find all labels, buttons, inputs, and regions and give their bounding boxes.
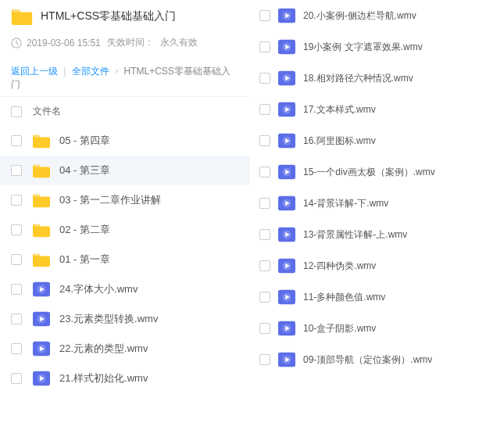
file-name: 22.元素的类型.wmv — [59, 342, 148, 356]
video-icon — [278, 164, 295, 180]
video-icon — [278, 133, 295, 149]
list-item[interactable]: 16.阿里图标.wmv — [250, 125, 486, 156]
list-item[interactable]: 01 - 第一章 — [0, 245, 250, 274]
video-icon — [278, 102, 295, 117]
file-name: 11-多种颜色值.wmv — [303, 291, 385, 304]
video-icon — [278, 321, 295, 336]
list-item[interactable]: 22.元素的类型.wmv — [0, 334, 250, 364]
video-icon — [278, 195, 295, 211]
list-item[interactable]: 15-一个div画太极（案例）.wmv — [250, 156, 486, 188]
file-name: 18.相对路径六种情况.wmv — [303, 72, 413, 85]
list-item[interactable]: 17.文本样式.wmv — [250, 94, 486, 125]
row-checkbox[interactable] — [259, 292, 270, 303]
video-icon — [33, 311, 50, 327]
row-checkbox[interactable] — [259, 323, 270, 334]
video-icon — [278, 258, 295, 274]
list-item[interactable]: 24.字体大小.wmv — [0, 274, 250, 304]
row-checkbox[interactable] — [11, 314, 22, 324]
video-icon — [33, 341, 50, 357]
row-checkbox[interactable] — [259, 354, 270, 365]
breadcrumb-all[interactable]: 全部文件 — [72, 66, 109, 77]
row-checkbox[interactable] — [11, 224, 22, 235]
row-checkbox[interactable] — [11, 284, 22, 295]
file-name: 04 - 第三章 — [59, 163, 110, 177]
breadcrumb-back[interactable]: 返回上一级 — [11, 66, 58, 77]
list-item[interactable]: 18.相对路径六种情况.wmv — [250, 63, 486, 94]
row-checkbox[interactable] — [259, 73, 270, 84]
row-checkbox[interactable] — [259, 167, 270, 177]
page-title: HTML+CSS零基础基础入门 — [41, 9, 176, 23]
file-name: 17.文本样式.wmv — [303, 103, 376, 116]
file-name: 23.元素类型转换.wmv — [59, 312, 158, 326]
breadcrumb-arrow-icon: › — [115, 66, 118, 77]
row-checkbox[interactable] — [259, 41, 270, 52]
list-item[interactable]: 12-四种伪类.wmv — [250, 250, 486, 281]
file-name: 24.字体大小.wmv — [59, 282, 138, 296]
list-item[interactable]: 19小案例 文字遮罩效果.wmv — [250, 31, 486, 63]
folder-icon — [33, 192, 50, 208]
list-item[interactable]: 20.小案例-侧边栏导航.wmv — [250, 0, 486, 31]
list-item[interactable]: 23.元素类型转换.wmv — [0, 304, 250, 334]
file-name: 02 - 第二章 — [59, 223, 110, 237]
folder-meta: 2019-03-06 15:51 失效时间： 永久有效 — [0, 31, 250, 57]
file-name: 03 - 第一二章作业讲解 — [59, 193, 161, 207]
row-checkbox[interactable] — [259, 10, 270, 21]
folder-icon — [33, 222, 50, 238]
list-header: 文件名 — [0, 97, 250, 126]
folder-date: 2019-03-06 15:51 — [27, 38, 101, 48]
file-name: 05 - 第四章 — [59, 134, 110, 148]
row-checkbox[interactable] — [11, 373, 22, 384]
expire-value: 永久有效 — [160, 36, 198, 49]
file-name: 13-背景属性详解-上.wmv — [303, 228, 407, 242]
list-item[interactable]: 05 - 第四章 — [0, 126, 250, 156]
clock-icon — [11, 38, 22, 48]
video-icon — [278, 70, 295, 86]
video-icon — [278, 352, 295, 367]
row-checkbox[interactable] — [11, 343, 22, 354]
file-name: 09-顶部导航（定位案例）.wmv — [303, 353, 432, 367]
video-icon — [33, 281, 50, 297]
folder-icon — [33, 163, 50, 178]
row-checkbox[interactable] — [259, 104, 270, 115]
folder-icon — [33, 133, 50, 149]
list-item[interactable]: 02 - 第二章 — [0, 215, 250, 245]
list-item[interactable]: 13-背景属性详解-上.wmv — [250, 219, 486, 250]
list-item[interactable]: 09-顶部导航（定位案例）.wmv — [250, 344, 486, 375]
file-name: 01 - 第一章 — [59, 253, 110, 267]
expire-label: 失效时间： — [107, 36, 154, 49]
list-item[interactable]: 11-多种颜色值.wmv — [250, 281, 486, 313]
list-item[interactable]: 03 - 第一二章作业讲解 — [0, 185, 250, 215]
column-name: 文件名 — [33, 105, 61, 118]
video-icon — [33, 371, 50, 386]
left-file-list: 05 - 第四章04 - 第三章03 - 第一二章作业讲解02 - 第二章01 … — [0, 126, 250, 393]
file-name: 19小案例 文字遮罩效果.wmv — [303, 41, 423, 54]
list-item[interactable]: 04 - 第三章 — [0, 156, 250, 185]
list-item[interactable]: 10-盒子阴影.wmv — [250, 313, 486, 344]
file-name: 20.小案例-侧边栏导航.wmv — [303, 9, 416, 23]
list-item[interactable]: 21.样式初始化.wmv — [0, 364, 250, 393]
file-name: 15-一个div画太极（案例）.wmv — [303, 166, 435, 179]
breadcrumb-sep: | — [63, 66, 66, 77]
folder-header: HTML+CSS零基础基础入门 — [0, 0, 250, 31]
video-icon — [278, 8, 295, 23]
right-file-list: 20.小案例-侧边栏导航.wmv19小案例 文字遮罩效果.wmv18.相对路径六… — [250, 0, 486, 375]
row-checkbox[interactable] — [259, 198, 270, 209]
file-name: 21.样式初始化.wmv — [59, 371, 148, 385]
video-icon — [278, 289, 295, 305]
folder-icon — [11, 8, 33, 25]
row-checkbox[interactable] — [11, 254, 22, 265]
breadcrumb: 返回上一级 | 全部文件 › HTML+CSS零基础基础入门 — [0, 57, 250, 97]
file-name: 14-背景详解-下.wmv — [303, 197, 388, 210]
row-checkbox[interactable] — [259, 135, 270, 146]
row-checkbox[interactable] — [259, 229, 270, 240]
select-all-checkbox[interactable] — [11, 106, 22, 117]
video-icon — [278, 39, 295, 55]
list-item[interactable]: 14-背景详解-下.wmv — [250, 188, 486, 219]
row-checkbox[interactable] — [11, 165, 22, 176]
row-checkbox[interactable] — [259, 260, 270, 271]
row-checkbox[interactable] — [11, 135, 22, 146]
video-icon — [278, 227, 295, 242]
file-name: 16.阿里图标.wmv — [303, 134, 376, 148]
file-name: 12-四种伪类.wmv — [303, 260, 376, 273]
row-checkbox[interactable] — [11, 195, 22, 206]
